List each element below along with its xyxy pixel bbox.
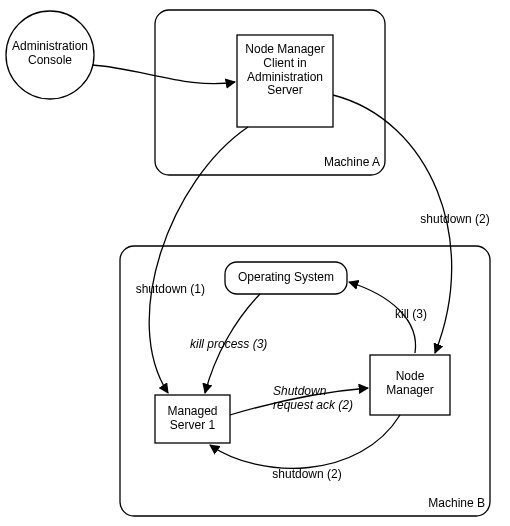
- edge-shutdown-2-bottom: [210, 415, 400, 468]
- nm-client-label: Node Manager Client in Administration Se…: [238, 43, 332, 98]
- admin-console-label: Administration Console: [10, 40, 90, 68]
- shutdown-2a-label: shutdown (2): [415, 213, 495, 227]
- edge-admin-to-client: [92, 65, 235, 84]
- shutdown-1-label: shutdown (1): [125, 283, 205, 297]
- machine-b-label: Machine B: [395, 497, 485, 511]
- operating-system-label: Operating System: [228, 271, 344, 285]
- managed-server-label: Managed Server 1: [155, 405, 230, 433]
- node-manager-label: Node Manager: [370, 370, 450, 398]
- edge-shutdown-1: [149, 127, 248, 393]
- shutdown-req-ack-label: Shutdown request ack (2): [273, 385, 373, 413]
- diagram-stage: { "nodes": { "admin_console": "Administr…: [0, 0, 510, 526]
- shutdown-2b-label: shutdown (2): [262, 468, 352, 482]
- kill-process-3-label: kill process (3): [190, 338, 290, 352]
- machine-a-label: Machine A: [300, 156, 380, 170]
- kill-3-label: kill (3): [395, 308, 445, 322]
